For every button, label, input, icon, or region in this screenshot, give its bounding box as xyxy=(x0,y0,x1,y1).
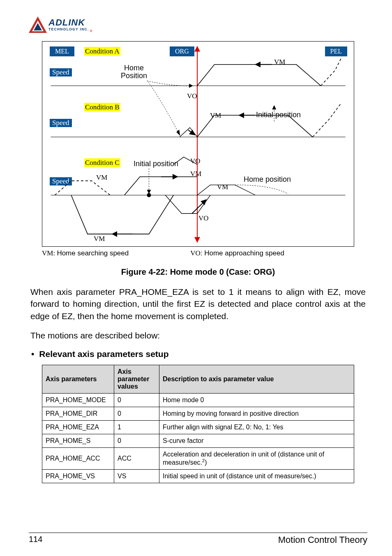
section-title: Motion Control Theory xyxy=(278,535,367,545)
cell-value: 0 xyxy=(114,393,159,407)
table-row: PRA_HOME_VS VS Initial speed in unit of … xyxy=(42,469,354,483)
legend-vo: VO: Home approaching speed xyxy=(190,249,284,257)
bullet-heading: •Relevant axis parameters setup xyxy=(31,349,365,359)
cell-value: ACC xyxy=(114,447,159,469)
th-param-values: Axis parameter values xyxy=(114,365,159,393)
cell-value: VS xyxy=(114,469,159,483)
diagram-svg xyxy=(42,42,354,246)
table-row: PRA_HOME_MODE 0 Home mode 0 xyxy=(42,393,354,407)
cell-param: PRA_HOME_VS xyxy=(42,469,114,483)
cell-value: 1 xyxy=(114,420,159,434)
cell-value: 0 xyxy=(114,407,159,420)
table-row: PRA_HOME_EZA 1 Further align with signal… xyxy=(42,420,354,434)
logo-mark xyxy=(29,16,47,33)
registered-mark: ® xyxy=(90,29,92,33)
svg-marker-13 xyxy=(272,105,276,109)
table-row: PRA_HOME_ACC ACC Acceleration and decele… xyxy=(42,447,354,469)
table-row: PRA_HOME_DIR 0 Homing by moving forward … xyxy=(42,407,354,420)
svg-line-21 xyxy=(192,199,206,213)
cell-desc: Initial speed in unit of (distance unit … xyxy=(159,469,354,483)
logo-main-text: ADLINK xyxy=(48,18,89,27)
cell-desc: Further align with signal EZ, 0: No, 1: … xyxy=(159,420,354,434)
paragraph-2: The motions are described below: xyxy=(30,329,366,341)
paragraph-1: When axis parameter PRA_HOME_EZA is set … xyxy=(30,286,366,322)
legend-row: VM: Home searching speed VO: Home approa… xyxy=(42,249,354,257)
cell-param: PRA_HOME_EZA xyxy=(42,420,114,434)
page-footer: 114 Motion Control Theory xyxy=(29,533,367,545)
svg-marker-10 xyxy=(189,84,193,88)
logo-sub-text: TECHNOLOGY INC. xyxy=(48,27,89,31)
page-number: 114 xyxy=(29,535,42,545)
legend-vm: VM: Home searching speed xyxy=(42,249,129,257)
cell-desc: Home mode 0 xyxy=(159,393,354,407)
brand-logo: ADLINK TECHNOLOGY INC. ® xyxy=(29,16,367,33)
cell-param: PRA_HOME_DIR xyxy=(42,407,114,420)
svg-marker-15 xyxy=(176,130,180,136)
cell-param: PRA_HOME_ACC xyxy=(42,447,114,469)
cell-desc: S-curve factor xyxy=(159,434,354,447)
figure-caption: Figure 4-22: Home mode 0 (Case: ORG) xyxy=(29,267,367,277)
cell-desc: Homing by moving forward in positive dir… xyxy=(159,407,354,420)
homing-diagram: MEL ORG PEL Condition A Condition B Cond… xyxy=(42,41,354,247)
cell-desc: Acceleration and deceleration in unit of… xyxy=(159,447,354,469)
th-axis-param: Axis parameters xyxy=(42,365,114,393)
table-header-row: Axis parameters Axis parameter values De… xyxy=(42,365,354,393)
params-table: Axis parameters Axis parameter values De… xyxy=(42,365,354,483)
th-description: Description to axis parameter value xyxy=(159,365,354,393)
cell-param: PRA_HOME_S xyxy=(42,434,114,447)
cell-value: 0 xyxy=(114,434,159,447)
cell-param: PRA_HOME_MODE xyxy=(42,393,114,407)
table-row: PRA_HOME_S 0 S-curve factor xyxy=(42,434,354,447)
svg-point-19 xyxy=(147,193,151,197)
